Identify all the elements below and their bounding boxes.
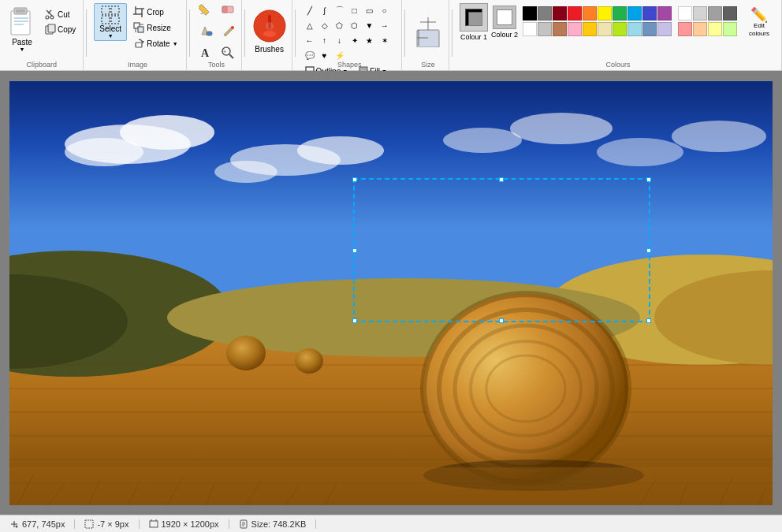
coordinates-value: 677, 745px	[22, 519, 65, 529]
shape-arrow-l[interactable]: ←	[303, 33, 317, 47]
shape-arrow-d[interactable]: ↓	[333, 33, 347, 47]
colour-white[interactable]	[523, 22, 537, 36]
shape-pentagon[interactable]: ⬠	[333, 18, 347, 32]
shape-line[interactable]: ╱	[303, 3, 317, 17]
svg-point-39	[266, 22, 274, 30]
colour1-label: Colour 1	[460, 33, 487, 41]
svg-rect-11	[48, 24, 55, 32]
resize-button[interactable]: Resize	[130, 20, 181, 35]
svg-rect-15	[111, 16, 119, 24]
rotate-button[interactable]: Rotate ▼	[130, 36, 181, 50]
colour-gray[interactable]	[538, 6, 552, 20]
colour1-button[interactable]: Colour 1	[460, 3, 488, 41]
shape-hexagon[interactable]: ⬡	[348, 18, 362, 32]
colour-orange[interactable]	[583, 6, 597, 20]
paste-button[interactable]: Paste ▼	[5, 3, 39, 54]
sep4	[295, 9, 296, 57]
svg-rect-3	[14, 17, 28, 19]
fill-button[interactable]	[197, 22, 214, 41]
colour-black[interactable]	[523, 6, 537, 20]
extra-colour-2[interactable]	[693, 6, 707, 20]
sep1	[86, 9, 87, 57]
colour-lavender[interactable]	[657, 22, 672, 36]
cut-button[interactable]: Cut	[43, 8, 78, 20]
colour-lightgray[interactable]	[538, 22, 552, 36]
file-size-display: Size: 748.2KB	[229, 519, 317, 529]
colour-skyblue[interactable]	[627, 22, 642, 36]
extra-colour-5[interactable]	[678, 22, 692, 36]
colour-darkred[interactable]	[553, 6, 567, 20]
fill-icon	[199, 24, 213, 38]
svg-text:A: A	[201, 47, 210, 59]
magnifier-icon: +	[221, 46, 235, 60]
svg-rect-31	[222, 6, 227, 13]
shape-star4[interactable]: ✦	[348, 33, 362, 47]
size-button[interactable]	[412, 13, 444, 50]
extra-colour-4[interactable]	[723, 6, 737, 20]
extra-colours	[676, 3, 739, 39]
svg-rect-4	[14, 20, 28, 22]
colour-cyan[interactable]	[627, 6, 642, 20]
shape-rect-rounded[interactable]: ▭	[363, 3, 377, 17]
shape-star5[interactable]: ★	[363, 33, 377, 47]
rotate-arrow: ▼	[173, 41, 178, 47]
shape-rect[interactable]: □	[348, 3, 362, 17]
rotate-label: Rotate	[147, 39, 169, 48]
select-button[interactable]: Select ▼	[94, 3, 127, 41]
shape-diamond[interactable]: ◇	[318, 18, 332, 32]
shape-ellipse[interactable]: ○	[378, 3, 392, 17]
color-picker-icon	[221, 24, 235, 38]
image-group: Select ▼ Crop	[89, 0, 186, 70]
extra-colour-6[interactable]	[693, 22, 707, 36]
canvas-area[interactable]	[0, 71, 782, 515]
colour-cream[interactable]	[598, 22, 612, 36]
colour-pink[interactable]	[568, 22, 582, 36]
colour-cornflower[interactable]	[642, 22, 657, 36]
extra-colour-7[interactable]	[708, 22, 722, 36]
colour-lime[interactable]	[613, 22, 627, 36]
edit-colours-button[interactable]: ✏️ Edit colours	[742, 6, 776, 39]
palette-row-2	[523, 22, 672, 36]
resize-label: Resize	[147, 24, 171, 32]
extra-colour-8[interactable]	[723, 22, 737, 36]
brushes-button[interactable]: Brushes	[252, 9, 287, 54]
coordinates-display: 677, 745px	[6, 519, 75, 529]
copy-button[interactable]: Copy	[43, 23, 78, 35]
colour-purple[interactable]	[657, 6, 672, 20]
extra-colour-1[interactable]	[678, 6, 692, 20]
shape-arrow-u[interactable]: ↑	[318, 33, 332, 47]
svg-point-32	[231, 26, 234, 29]
resize-icon	[133, 22, 144, 33]
tools-group: A	[192, 0, 242, 70]
colour-yellow[interactable]	[598, 6, 612, 20]
colour2-button[interactable]: Colour 2	[491, 3, 518, 39]
colour-green[interactable]	[613, 6, 627, 20]
eraser-button[interactable]	[219, 0, 236, 19]
colour-gold[interactable]	[583, 22, 597, 36]
pencil-button[interactable]	[197, 0, 214, 19]
colour-blue[interactable]	[642, 6, 657, 20]
image-size-value: 1920 × 1200px	[162, 519, 219, 529]
colour-palette	[521, 3, 673, 39]
paste-label: Paste	[12, 38, 32, 47]
svg-rect-96	[85, 520, 93, 528]
svg-point-55	[510, 113, 613, 144]
shape-curve[interactable]: ∫	[318, 3, 332, 17]
color-picker-button[interactable]	[219, 22, 236, 41]
colour-red[interactable]	[568, 6, 582, 20]
image-size-icon	[149, 519, 158, 529]
extra-colour-3[interactable]	[708, 6, 722, 20]
shape-more[interactable]: ▼	[363, 18, 377, 32]
shape-freeform[interactable]: ⌒	[333, 3, 347, 17]
crop-button[interactable]: Crop	[130, 5, 181, 19]
status-bar: 677, 745px -7 × 9px 1920 × 1200px Size: …	[0, 515, 782, 532]
svg-point-95	[16, 525, 18, 527]
shape-star6[interactable]: ✶	[378, 33, 392, 47]
size-group: Size	[408, 0, 449, 70]
shape-triangle[interactable]: △	[303, 18, 317, 32]
colour-brown[interactable]	[553, 22, 567, 36]
shape-arrow-r[interactable]: →	[378, 18, 392, 32]
svg-point-52	[297, 136, 384, 165]
file-size-icon	[239, 519, 248, 529]
shapes-label: Shapes	[298, 59, 401, 69]
